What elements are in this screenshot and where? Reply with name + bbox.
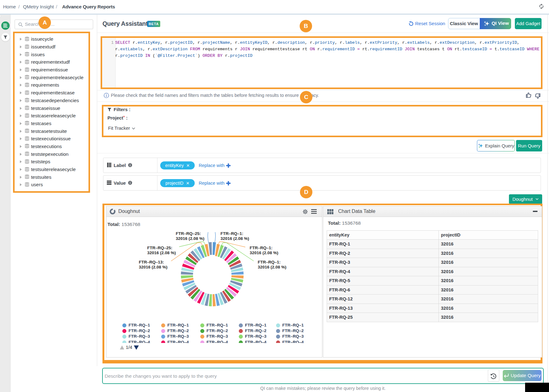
svg-text:FTR–RQ–25:: FTR–RQ–25: (176, 231, 201, 236)
svg-text:32016 (2.08 %): 32016 (2.08 %) (250, 250, 278, 255)
svg-text:FTR–RQ–25:: FTR–RQ–25: (147, 246, 172, 250)
svg-text:32016 (2.08 %): 32016 (2.08 %) (147, 250, 176, 255)
svg-text:32016 (2.08 %): 32016 (2.08 %) (220, 236, 249, 241)
svg-text:32016 (2.08 %): 32016 (2.08 %) (176, 236, 204, 241)
svg-text:FTR–RQ–1:: FTR–RQ–1: (258, 260, 281, 264)
svg-text:FTR–RQ–1:: FTR–RQ–1: (220, 231, 243, 236)
svg-text:FTR–RQ–1:: FTR–RQ–1: (250, 246, 273, 250)
svg-text:32016 (2.08 %): 32016 (2.08 %) (258, 265, 286, 269)
svg-text:FTR–RQ–13:: FTR–RQ–13: (139, 260, 164, 264)
svg-text:32016 (2.08 %): 32016 (2.08 %) (139, 265, 167, 269)
